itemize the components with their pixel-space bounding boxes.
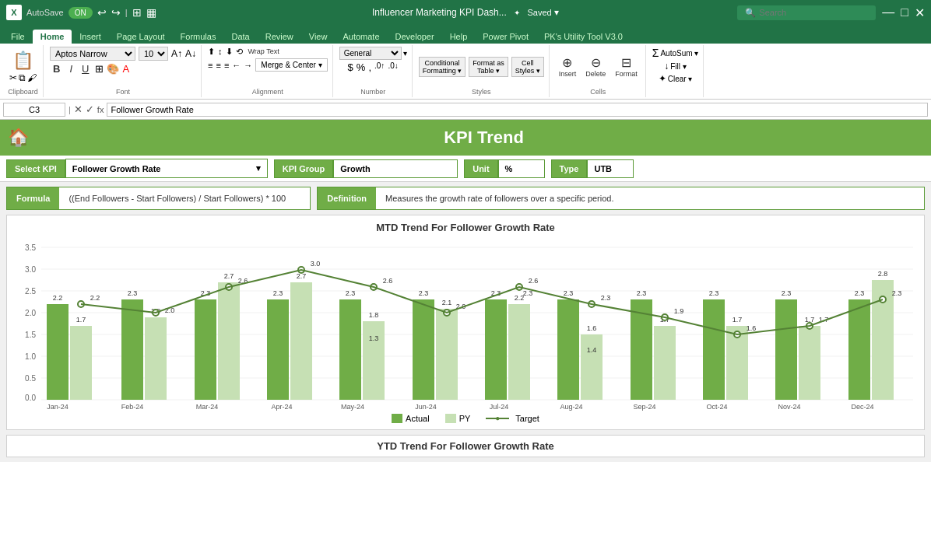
tab-home[interactable]: Home [33, 30, 72, 44]
bar-py-jun [436, 309, 458, 400]
font-color-icon[interactable]: A [122, 63, 129, 75]
maximize-button[interactable]: □ [901, 5, 908, 19]
increase-indent-icon[interactable]: → [244, 61, 252, 70]
search-icon: 🔍 [745, 8, 756, 18]
formula-icons: ✕ ✓ fx [74, 103, 104, 115]
tab-file[interactable]: File [3, 30, 33, 44]
clipboard-group: 📋 ✂ ⧉ 🖌 Clipboard [3, 45, 44, 97]
fill-label[interactable]: Fill ▾ [670, 62, 687, 71]
wrap-text-button[interactable]: Wrap Text [246, 47, 282, 57]
minimize-button[interactable]: — [882, 5, 894, 19]
align-right-icon[interactable]: ≡ [224, 61, 229, 70]
underline-button[interactable]: U [79, 62, 92, 75]
bar-actual-mar [195, 299, 216, 400]
close-button[interactable]: ✕ [915, 5, 925, 20]
home-icon-box[interactable]: 🏠 [0, 120, 37, 156]
unit-label: Unit [464, 159, 497, 178]
cell-reference[interactable] [3, 103, 65, 117]
format-as-table-button[interactable]: Format asTable ▾ [469, 57, 508, 77]
currency-icon[interactable]: $ [348, 61, 353, 73]
bar-py-mar [218, 282, 240, 400]
tab-power-pivot[interactable]: Power Pivot [475, 30, 536, 44]
ytd-section: YTD Trend For Follower Growth Rate [6, 435, 925, 457]
tab-page-layout[interactable]: Page Layout [109, 30, 173, 44]
chart-section: MTD Trend For Follower Growth Rate 3.5 3… [6, 215, 925, 430]
confirm-formula-icon[interactable]: ✓ [86, 103, 94, 115]
percent-icon[interactable]: % [357, 61, 366, 73]
autosum-label[interactable]: AutoSum ▾ [660, 49, 698, 58]
svg-text:3.5: 3.5 [25, 243, 36, 252]
bar-actual-may [339, 299, 361, 400]
text-direction-icon[interactable]: ⟲ [236, 47, 243, 57]
search-box[interactable]: 🔍 [737, 5, 876, 20]
number-format-select[interactable]: General [339, 47, 402, 60]
svg-text:2.0: 2.0 [25, 309, 36, 317]
svg-text:2.3: 2.3 [855, 289, 865, 297]
conditional-formatting-button[interactable]: ConditionalFormatting ▾ [419, 57, 466, 77]
merge-center-button[interactable]: Merge & Center ▾ [255, 58, 327, 72]
cells-group: ⊕Insert ⊖Delete ⊟Format Cells [551, 45, 646, 97]
tab-insert[interactable]: Insert [72, 30, 109, 44]
tab-review[interactable]: Review [258, 30, 301, 44]
delete-button[interactable]: ⊖Delete [582, 54, 609, 79]
italic-button[interactable]: I [66, 62, 76, 75]
format-button[interactable]: ⊟Format [612, 54, 641, 79]
tab-view[interactable]: View [301, 30, 336, 44]
cancel-formula-icon[interactable]: ✕ [74, 103, 83, 115]
align-top-icon[interactable]: ⬆ [208, 47, 215, 57]
number-format-expand-icon[interactable]: ▾ [403, 49, 407, 58]
svg-text:1.6: 1.6 [747, 324, 757, 332]
cell-styles-button[interactable]: CellStyles ▾ [511, 57, 544, 77]
increase-font-icon[interactable]: A↑ [171, 48, 182, 59]
align-left-icon[interactable]: ≡ [208, 61, 213, 70]
border-icon[interactable]: ⊞ [95, 63, 104, 75]
cut-icon[interactable]: ✂ [9, 72, 17, 83]
format-painter-icon[interactable]: 🖌 [27, 72, 37, 83]
paste-button[interactable]: 📋 [8, 51, 38, 71]
comma-icon[interactable]: , [368, 61, 371, 73]
autosave-toggle[interactable]: ON [69, 7, 93, 19]
tab-automate[interactable]: Automate [335, 30, 387, 44]
formula-bar: | ✕ ✓ fx [0, 100, 931, 120]
alignment-group: ⬆ ↕ ⬇ ⟲ Wrap Text ≡ ≡ ≡ ← → Merge & Cent… [203, 45, 333, 97]
bar-py-apr [290, 282, 312, 400]
font-group: Aptos Narrow 10 A↑ A↓ B I U ⊞ 🎨 A Font [45, 45, 202, 97]
bar-py-jul [508, 304, 530, 400]
decrease-font-icon[interactable]: A↓ [185, 48, 196, 59]
align-bottom-icon[interactable]: ⬇ [226, 47, 233, 57]
select-kpi-label: Select KPI [6, 159, 65, 178]
align-middle-icon[interactable]: ↕ [218, 47, 223, 57]
insert-function-icon[interactable]: fx [97, 105, 104, 114]
svg-text:1.8: 1.8 [369, 311, 379, 319]
tab-developer[interactable]: Developer [388, 30, 442, 44]
bar-actual-jul [485, 299, 507, 400]
font-size-select[interactable]: 10 [139, 47, 168, 61]
svg-text:3.0: 3.0 [311, 260, 321, 268]
insert-button[interactable]: ⊕Insert [556, 54, 580, 79]
formula-input[interactable] [107, 103, 928, 117]
decrease-indent-icon[interactable]: ← [232, 61, 241, 70]
align-center-icon[interactable]: ≡ [216, 61, 220, 70]
formula-text: ((End Followers - Start Followers) / Sta… [59, 187, 295, 209]
font-name-select[interactable]: Aptos Narrow [50, 47, 135, 61]
svg-text:May-24: May-24 [341, 403, 364, 411]
decrease-decimal-icon[interactable]: .0↓ [388, 61, 398, 73]
increase-decimal-icon[interactable]: .0↑ [374, 61, 385, 73]
kpi-dropdown[interactable]: Follower Growth Rate ▾ [65, 159, 268, 178]
copy-icon[interactable]: ⧉ [19, 72, 26, 83]
svg-text:1.7: 1.7 [76, 316, 86, 324]
bar-actual-nov [775, 299, 797, 400]
clear-label[interactable]: Clear ▾ [668, 75, 693, 83]
tab-help[interactable]: Help [442, 30, 476, 44]
redo-button[interactable]: ↪ [111, 6, 121, 19]
search-input[interactable] [759, 8, 868, 17]
tab-data[interactable]: Data [223, 30, 257, 44]
fill-color-icon[interactable]: 🎨 [107, 63, 119, 75]
svg-text:2.6: 2.6 [383, 277, 393, 285]
tab-formulas[interactable]: Formulas [173, 30, 224, 44]
tab-pks-utility[interactable]: PK's Utility Tool V3.0 [536, 30, 631, 44]
formula-def-row: Formula ((End Followers - Start Follower… [6, 187, 925, 210]
bold-button[interactable]: B [50, 62, 63, 75]
undo-button[interactable]: ↩ [97, 6, 107, 19]
bar-actual-aug [557, 299, 579, 400]
